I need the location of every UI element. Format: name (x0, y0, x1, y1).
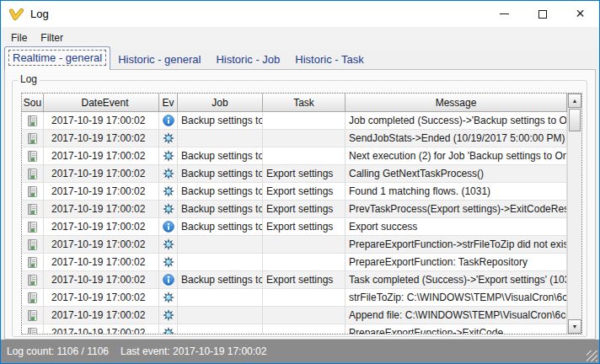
message-cell: PrepareExportFunction->ExitCode (346, 324, 567, 334)
close-button[interactable]: × (561, 1, 599, 27)
event-cell (159, 324, 178, 334)
event-cell (159, 289, 178, 307)
log-grid: Sou DateEvent Ev Job Task Message 20 (21, 93, 582, 335)
event-cell (159, 112, 178, 130)
event-cell (159, 147, 178, 165)
scroll-down-icon: ▼ (572, 324, 578, 329)
scroll-up-button[interactable]: ▲ (568, 94, 581, 108)
menubar: File Filter (1, 27, 599, 48)
window-buttons: × (485, 1, 599, 27)
date-cell: 2017-10-19 17:00:02 (44, 236, 159, 254)
message-cell: PrevTaskProcess(Export settings)->ExitCo… (346, 201, 567, 218)
close-icon: × (576, 5, 585, 23)
job-cell (178, 307, 263, 324)
info-icon (163, 274, 174, 286)
table-row[interactable]: 2017-10-19 17:00:02 PrepareExportFunctio… (22, 254, 567, 271)
grid-body: 2017-10-19 17:00:02 Backup settings to J… (22, 112, 567, 334)
debug-icon (163, 238, 174, 250)
header-cell-event[interactable]: Ev (159, 94, 178, 112)
log-groupbox-label: Log (18, 73, 40, 85)
table-row[interactable]: 2017-10-19 17:00:02 Backup settings to N… (22, 147, 567, 165)
event-cell (159, 307, 178, 324)
tab-historic-job[interactable]: Historic - Job (208, 50, 287, 69)
header-cell-job[interactable]: Job (178, 94, 263, 112)
source-cell (22, 201, 44, 218)
header-cell-message[interactable]: Message (346, 94, 567, 112)
job-cell: Backup settings to (178, 218, 263, 236)
date-cell: 2017-10-19 17:00:02 (44, 147, 159, 165)
header-cell-task[interactable]: Task (263, 94, 346, 112)
table-row[interactable]: 2017-10-19 17:00:02 PrepareExportFunctio… (22, 236, 567, 254)
minimize-icon (500, 13, 509, 14)
task-cell: Export settings (263, 218, 346, 236)
job-cell: Backup settings to (178, 271, 263, 289)
statusbar: Log count: 1106 / 1106 Last event: 2017-… (1, 340, 599, 363)
resize-grip[interactable] (587, 351, 597, 361)
date-cell: 2017-10-19 17:00:02 (44, 324, 159, 334)
debug-icon (163, 256, 174, 268)
message-cell: strFileToZip: C:\WINDOWS\TEMP\VisualCron… (346, 289, 567, 307)
table-row[interactable]: 2017-10-19 17:00:02 Backup settings to J… (22, 112, 567, 130)
table-row[interactable]: 2017-10-19 17:00:02 SendJobStats->Ended … (22, 130, 567, 147)
message-cell: PrepareExportFunction->strFileToZip did … (346, 236, 567, 254)
table-row[interactable]: 2017-10-19 17:00:02 Backup settings to E… (22, 183, 567, 201)
source-cell (22, 165, 44, 183)
source-cell (22, 218, 44, 236)
table-row[interactable]: 2017-10-19 17:00:02 Backup settings to E… (22, 271, 567, 289)
message-cell: PrepareExportFunction: TaskRepository (346, 254, 567, 271)
task-cell: Export settings (263, 271, 346, 289)
task-cell (263, 307, 346, 324)
task-cell (263, 147, 346, 165)
scroll-thumb[interactable] (569, 109, 581, 131)
table-row[interactable]: 2017-10-19 17:00:02 Append file: C:\WIND… (22, 307, 567, 324)
table-row[interactable]: 2017-10-19 17:00:02 Backup settings to E… (22, 201, 567, 218)
source-cell (22, 183, 44, 201)
event-cell (159, 218, 178, 236)
message-cell: Task completed (Success)->'Export settin… (346, 271, 567, 289)
debug-icon (163, 292, 174, 303)
debug-icon (163, 168, 174, 179)
scroll-down-button[interactable]: ▼ (568, 319, 581, 334)
tab-realtime-general[interactable]: Realtime - general (4, 46, 110, 70)
table-row[interactable]: 2017-10-19 17:00:02 Backup settings to E… (22, 218, 567, 236)
table-row[interactable]: 2017-10-19 17:00:02 Backup settings to E… (22, 165, 567, 183)
menu-item-filter[interactable]: Filter (34, 29, 70, 47)
task-cell: Export settings (263, 165, 346, 183)
date-cell: 2017-10-19 17:00:02 (44, 112, 159, 130)
scroll-track[interactable] (568, 108, 581, 319)
log-groupbox: Log Sou DateEvent Ev Job Task Message (12, 80, 587, 337)
job-cell: Backup settings to (178, 165, 263, 183)
event-cell (159, 201, 178, 218)
titlebar: Log × (1, 1, 599, 27)
debug-icon (163, 327, 174, 334)
date-cell: 2017-10-19 17:00:02 (44, 289, 159, 307)
maximize-button[interactable] (523, 1, 561, 27)
message-cell: Calling GetNextTaskProcess() (346, 165, 567, 183)
info-icon (163, 115, 174, 126)
minimize-button[interactable] (485, 1, 523, 27)
task-cell (263, 112, 346, 130)
job-cell: Backup settings to (178, 112, 263, 130)
event-cell (159, 165, 178, 183)
menu-item-file[interactable]: File (4, 29, 34, 47)
header-cell-dateevent[interactable]: DateEvent (44, 94, 159, 112)
source-cell (22, 147, 44, 165)
vertical-scrollbar[interactable]: ▲ ▼ (567, 94, 581, 334)
log-source-icon (27, 310, 38, 321)
job-cell (178, 254, 263, 271)
tab-historic-task[interactable]: Historic - Task (287, 50, 371, 69)
table-row[interactable]: 2017-10-19 17:00:02 strFileToZip: C:\WIN… (22, 289, 567, 307)
table-row[interactable]: 2017-10-19 17:00:02 PrepareExportFunctio… (22, 324, 567, 334)
task-cell (263, 254, 346, 271)
header-cell-source[interactable]: Sou (22, 94, 44, 112)
task-cell (263, 289, 346, 307)
message-cell: Export success (346, 218, 567, 236)
task-cell (263, 324, 346, 334)
log-source-icon (27, 328, 38, 335)
job-cell: Backup settings to (178, 147, 263, 165)
task-cell (263, 130, 346, 147)
last-event-text: Last event: 2017-10-19 17:00:02 (121, 345, 266, 357)
date-cell: 2017-10-19 17:00:02 (44, 254, 159, 271)
tab-historic-general[interactable]: Historic - general (110, 50, 208, 69)
job-cell: Backup settings to (178, 183, 263, 201)
